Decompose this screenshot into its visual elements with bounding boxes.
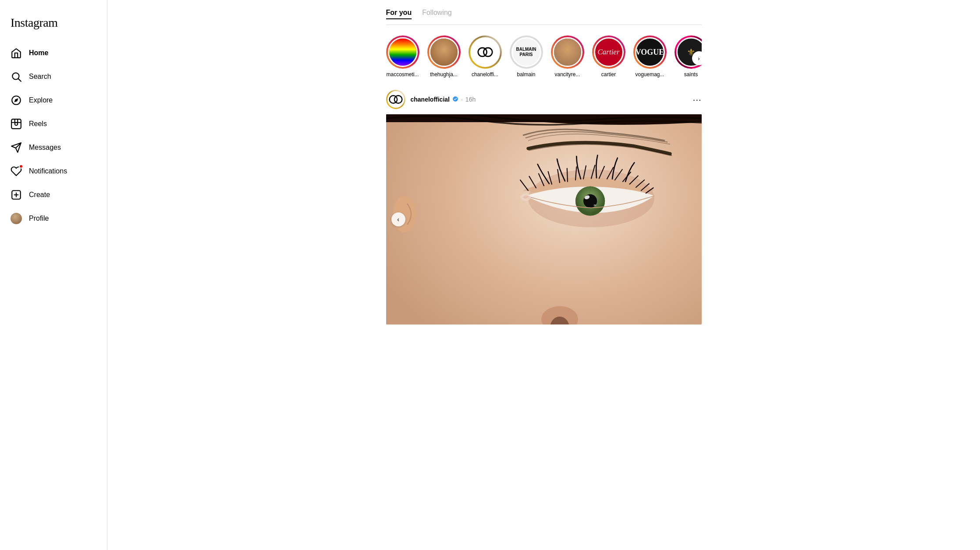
notification-badge: [19, 164, 23, 169]
story-avatar: BALMAINPARIS: [511, 37, 541, 67]
story-label: chaneloffi...: [472, 71, 498, 78]
story-avatar: [388, 37, 418, 67]
svg-point-28: [593, 204, 596, 206]
home-icon: [11, 47, 22, 59]
tab-for-you[interactable]: For you: [386, 9, 412, 19]
story-avatar: [470, 37, 500, 67]
post-image-placeholder: [386, 114, 702, 324]
story-ring: Cartier: [592, 35, 625, 69]
sidebar-item-label: Create: [29, 191, 50, 199]
post-image: ‹: [386, 114, 702, 324]
sidebar-item-notifications[interactable]: Notifications: [5, 160, 102, 182]
story-ring: VOGUE: [633, 35, 667, 69]
story-ring: [551, 35, 584, 69]
dot-separator: ·: [461, 96, 463, 103]
svg-point-16: [394, 95, 402, 103]
sidebar-item-create[interactable]: Create: [5, 184, 102, 206]
story-avatar: VOGUE: [635, 37, 665, 67]
search-icon: [11, 71, 22, 82]
story-vancityreynolds[interactable]: vancityre...: [551, 35, 584, 78]
post-avatar-ring[interactable]: [386, 90, 405, 109]
sidebar-item-explore[interactable]: Explore: [5, 89, 102, 111]
story-chanelofficial[interactable]: chaneloffi...: [469, 35, 502, 78]
sidebar: Instagram Home Search Explore: [0, 0, 107, 550]
story-label: maccosmeti...: [386, 71, 419, 78]
sidebar-item-search[interactable]: Search: [5, 66, 102, 88]
post-more-button[interactable]: ···: [693, 95, 702, 105]
svg-point-13: [483, 48, 492, 56]
main-content: For you Following maccosmeti...: [107, 0, 980, 550]
reels-icon: [11, 118, 22, 130]
story-label: thehughja...: [430, 71, 458, 78]
sidebar-item-label: Profile: [29, 215, 49, 222]
sidebar-item-label: Explore: [29, 96, 53, 104]
story-avatar: [553, 37, 582, 67]
story-ring: [427, 35, 461, 69]
story-label: balmain: [517, 71, 535, 78]
notifications-icon: [11, 166, 22, 177]
feed-tabs: For you Following: [386, 9, 702, 25]
story-ring: BALMAINPARIS: [510, 35, 543, 69]
svg-rect-4: [11, 119, 21, 129]
messages-icon: [11, 142, 22, 153]
post-prev-button[interactable]: ‹: [391, 212, 405, 226]
sidebar-item-label: Messages: [29, 144, 61, 152]
story-label: vancityre...: [554, 71, 580, 78]
post-user-info: chanelofficial · 16h: [411, 96, 688, 103]
tab-following[interactable]: Following: [422, 9, 452, 19]
story-label: saints: [684, 71, 698, 78]
profile-icon: [11, 213, 22, 224]
create-icon: [11, 189, 22, 201]
sidebar-item-label: Search: [29, 73, 51, 81]
story-ring: [386, 35, 419, 69]
post-time: 16h: [465, 96, 476, 103]
post-card: chanelofficial · 16h ···: [386, 85, 702, 324]
sidebar-item-profile[interactable]: Profile: [5, 208, 102, 229]
explore-icon: [11, 95, 22, 106]
stories-row: maccosmeti... thehughja...: [386, 32, 702, 85]
story-ring: [469, 35, 502, 69]
story-label: cartier: [601, 71, 616, 78]
story-balmain[interactable]: BALMAINPARIS balmain: [510, 35, 543, 78]
story-thehughjackman[interactable]: thehughja...: [427, 35, 461, 78]
story-cartier[interactable]: Cartier cartier: [592, 35, 625, 78]
sidebar-item-home[interactable]: Home: [5, 42, 102, 64]
sidebar-item-messages[interactable]: Messages: [5, 137, 102, 159]
sidebar-item-label: Reels: [29, 120, 47, 128]
sidebar-item-label: Notifications: [29, 167, 67, 175]
sidebar-item-reels[interactable]: Reels: [5, 113, 102, 135]
sidebar-item-label: Home: [29, 49, 48, 57]
svg-marker-3: [14, 98, 18, 102]
verified-badge: [452, 96, 458, 103]
story-avatar: [429, 37, 459, 67]
post-avatar: [387, 91, 404, 108]
app-logo[interactable]: Instagram: [5, 9, 102, 40]
post-username[interactable]: chanelofficial: [411, 96, 450, 103]
story-avatar: Cartier: [594, 37, 624, 67]
svg-line-1: [18, 79, 21, 81]
post-header: chanelofficial · 16h ···: [386, 85, 702, 114]
svg-line-34: [567, 169, 567, 182]
story-maccosmetics[interactable]: maccosmeti...: [386, 35, 419, 78]
story-voguemagazine[interactable]: VOGUE voguemag...: [633, 35, 667, 78]
feed-container: For you Following maccosmeti...: [386, 0, 702, 324]
story-label: voguemag...: [635, 71, 664, 78]
